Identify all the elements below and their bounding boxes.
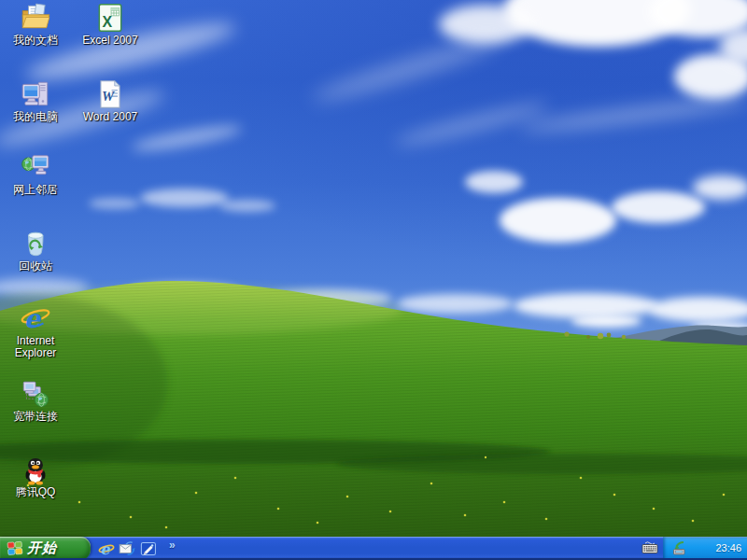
quicklaunch-internet-explorer[interactable]: e: [98, 540, 115, 557]
desktop-icon-my-computer[interactable]: 我的电脑: [3, 78, 68, 123]
system-tray: 23:46: [663, 537, 747, 560]
internet-explorer-icon: e: [98, 540, 115, 557]
desktop-icon-label: Excel 2007: [78, 35, 143, 47]
desktop-icon-broadband-connection[interactable]: 宽带连接: [3, 378, 68, 423]
quicklaunch-outlook-express[interactable]: [119, 540, 135, 557]
network-places-icon: [20, 151, 51, 183]
desktop-icon-recycle-bin[interactable]: 回收站: [3, 228, 68, 273]
start-button-label: 开始: [27, 539, 57, 557]
taskbar: 开始 e »: [0, 537, 747, 560]
svg-text:W: W: [102, 89, 116, 104]
my-computer-icon: [20, 78, 51, 110]
desktop-icon-label: 回收站: [3, 260, 68, 273]
desktop-icon-label: Word 2007: [78, 111, 143, 123]
svg-text:X: X: [103, 14, 113, 30]
start-button[interactable]: 开始: [0, 537, 91, 560]
broadband-connection-icon: [20, 378, 51, 410]
word-icon: W: [94, 78, 126, 110]
desktop: 我的文档 我的电脑 网上邻居: [0, 0, 747, 537]
internet-explorer-icon: e: [20, 302, 51, 334]
show-desktop-icon: [140, 540, 157, 557]
recycle-bin-icon: [20, 228, 51, 259]
taskbar-clock[interactable]: 23:46: [715, 542, 741, 553]
excel-icon: X: [94, 2, 126, 34]
desktop-icon-label: 我的文档: [3, 35, 68, 47]
desktop-icon-label: 宽带连接: [3, 411, 68, 423]
desktop-icon-label: 腾讯QQ: [3, 486, 68, 498]
desktop-icon-label: 网上邻居: [3, 184, 68, 196]
desktop-icon-internet-explorer[interactable]: e Internet Explorer: [3, 302, 68, 359]
input-method-keyboard-icon[interactable]: [641, 539, 659, 557]
desktop-icon-excel-2007[interactable]: X Excel 2007: [78, 2, 143, 47]
desktop-icon-my-documents[interactable]: 我的文档: [3, 2, 68, 47]
desktop-icon-network-places[interactable]: 网上邻居: [3, 151, 68, 196]
my-documents-icon: [20, 2, 51, 34]
safely-remove-hardware-icon[interactable]: [669, 540, 686, 556]
desktop-icon-word-2007[interactable]: W Word 2007: [78, 78, 143, 123]
svg-text:e: e: [100, 540, 110, 557]
outlook-express-icon: [119, 540, 135, 557]
quicklaunch-chevron[interactable]: »: [169, 539, 176, 552]
windows-logo-icon: [7, 540, 23, 556]
desktop-icon-tencent-qq[interactable]: 腾讯QQ: [3, 454, 68, 498]
desktop-icon-label: Internet Explorer: [3, 335, 68, 359]
svg-text:e: e: [24, 303, 42, 334]
quicklaunch-show-desktop[interactable]: [140, 540, 157, 557]
qq-penguin-icon: [20, 454, 51, 485]
desktop-icon-label: 我的电脑: [3, 111, 68, 123]
